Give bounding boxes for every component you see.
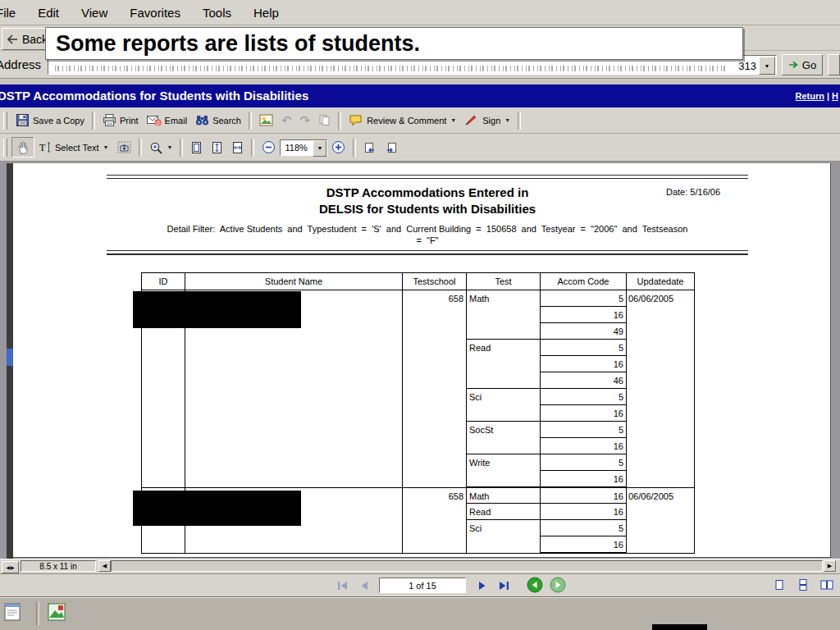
address-dropdown-button[interactable]: ▼ (759, 57, 775, 75)
acrobat-view-toolbar: T Select Text ▼ ▼ 118% ▼ (0, 134, 840, 162)
column-header: Updatedate (627, 273, 694, 290)
hscroll-right-button[interactable]: ▶ (824, 560, 836, 572)
continuous-layout-button[interactable] (793, 577, 813, 593)
table-cell (142, 454, 185, 471)
table-cell (142, 356, 185, 372)
table-cell (627, 405, 694, 422)
table-cell: 5 (541, 520, 627, 536)
taskbar-document-button[interactable] (4, 603, 21, 624)
stamp-tool-button[interactable] (255, 112, 277, 129)
link-separator: | (827, 91, 829, 101)
chevron-down-icon[interactable]: ▼ (313, 140, 326, 157)
table-row: Write5 (142, 454, 694, 471)
menu-edit[interactable]: Edit (38, 6, 59, 20)
next-page-button[interactable] (472, 578, 492, 594)
menu-favorites[interactable]: Favorites (130, 6, 180, 20)
next-view-page-button[interactable] (381, 139, 402, 157)
table-cell: Math (467, 290, 541, 307)
zoom-out-button[interactable] (258, 138, 280, 157)
previous-view-page-button[interactable] (359, 139, 381, 157)
zoom-level-combo[interactable]: 118% ▼ (280, 139, 327, 156)
save-icon (16, 113, 30, 127)
table-cell (627, 520, 694, 536)
table-cell: 16 (541, 405, 627, 422)
clipped-link[interactable]: H (832, 91, 838, 101)
zoom-in-icon (331, 140, 345, 154)
select-text-button[interactable]: T Select Text ▼ (34, 139, 113, 156)
go-button[interactable]: Go (782, 54, 823, 75)
sign-button[interactable]: Sign ▼ (460, 112, 514, 129)
toolbar-gripper[interactable] (3, 139, 7, 157)
zoom-tool-button[interactable]: ▼ (145, 139, 177, 157)
fit-page-button[interactable] (207, 139, 227, 157)
page-indicator-field[interactable]: 1 of 15 (379, 578, 466, 593)
back-arrow-icon (7, 34, 19, 44)
undo-button[interactable]: ↶ (277, 112, 296, 129)
first-page-button[interactable] (333, 578, 353, 594)
hscroll-track[interactable] (111, 560, 823, 572)
snapshot-tool-button[interactable] (113, 139, 135, 156)
facing-layout-button[interactable] (817, 577, 837, 593)
column-header: Student Name (185, 273, 403, 290)
table-cell (627, 438, 694, 454)
review-comment-button[interactable]: Review & Comment ▼ (345, 112, 460, 129)
previous-page-button[interactable] (354, 578, 374, 594)
table-row: 16 (142, 438, 694, 454)
page-navigation-bar: 1 of 15 (0, 573, 840, 596)
save-copy-button[interactable]: Save a Copy (11, 111, 89, 130)
table-cell (185, 372, 403, 389)
table-cell (467, 405, 541, 422)
last-page-button[interactable] (494, 578, 514, 594)
table-cell: SocSt (467, 422, 541, 438)
next-view-button[interactable] (550, 577, 566, 593)
callout-text: Some reports are lists of students. (56, 31, 420, 57)
toolbar-gripper[interactable] (3, 112, 7, 130)
table-cell: 06/06/2005 (627, 487, 694, 504)
search-button[interactable]: Search (191, 112, 245, 129)
previous-view-button[interactable] (527, 577, 543, 593)
hscroll-left-button[interactable]: ◀ (98, 560, 111, 572)
actual-size-button[interactable] (186, 139, 207, 157)
redo-button[interactable]: ↷ (296, 112, 315, 129)
return-link[interactable]: Return (796, 91, 824, 101)
table-cell (185, 405, 403, 422)
print-button[interactable]: Print (98, 111, 143, 130)
redo-icon: ↷ (300, 115, 311, 126)
clipped-toolbar-button[interactable] (828, 54, 840, 75)
table-cell (403, 340, 467, 356)
single-page-layout-button[interactable] (769, 577, 789, 593)
menu-help[interactable]: Help (253, 6, 279, 20)
table-cell (627, 454, 694, 471)
hand-tool-button[interactable] (11, 137, 34, 158)
table-cell (142, 389, 185, 405)
report-filter-line1: Detail Filter: Active Students and Types… (57, 224, 798, 234)
table-cell: 16 (541, 438, 627, 454)
navigation-pane-tab[interactable] (7, 349, 13, 366)
table-cell (185, 536, 403, 553)
pane-splitter-control[interactable]: ◀▶ (2, 561, 19, 573)
email-button[interactable]: @ Email (143, 112, 192, 129)
last-page-icon (497, 580, 510, 591)
page-title: DSTP Accommodations for Students with Di… (0, 89, 308, 103)
save-copy-label: Save a Copy (33, 116, 84, 126)
chevron-down-icon: ▼ (504, 117, 510, 123)
table-cell: 658 (403, 487, 467, 504)
zoom-magnifier-icon (149, 141, 163, 154)
pdf-page: DSTP Accommodations Entered in DELSIS fo… (13, 163, 831, 558)
taskbar-picture-button[interactable] (48, 603, 66, 624)
menu-tools[interactable]: Tools (203, 6, 231, 20)
menu-view[interactable]: View (81, 6, 107, 20)
screen-artifact (652, 624, 707, 630)
zoom-in-button[interactable] (327, 138, 349, 157)
facing-pages-icon (820, 579, 833, 591)
fit-width-button[interactable] (227, 139, 248, 157)
table-cell (142, 471, 185, 487)
table-row: Sci5 (142, 389, 694, 405)
report-top-rule (107, 175, 748, 179)
column-header: ID (142, 273, 185, 290)
table-cell: 5 (541, 422, 627, 438)
fit-width-icon (231, 141, 244, 154)
copy-button[interactable] (314, 112, 335, 129)
previous-page-icon (358, 580, 371, 591)
menu-file[interactable]: File (0, 6, 16, 20)
